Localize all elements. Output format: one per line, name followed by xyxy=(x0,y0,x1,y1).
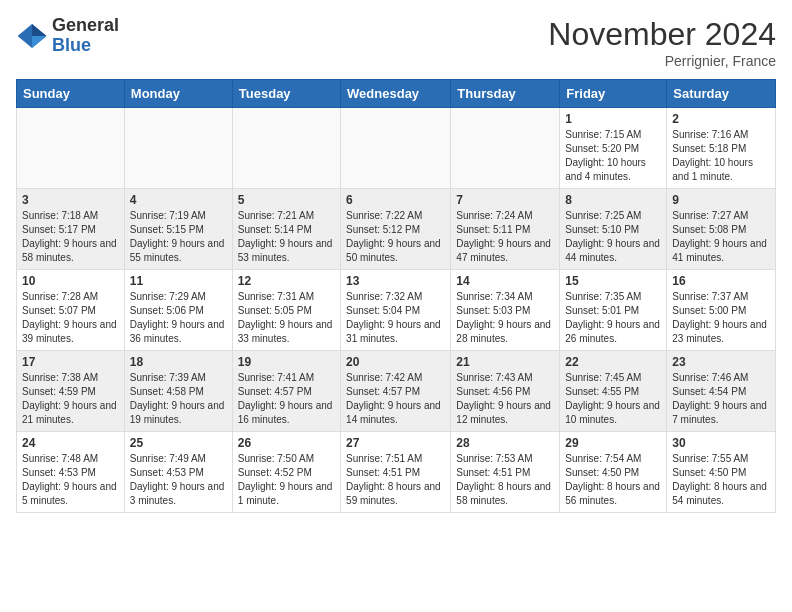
calendar-table: SundayMondayTuesdayWednesdayThursdayFrid… xyxy=(16,79,776,513)
calendar-cell: 19Sunrise: 7:41 AM Sunset: 4:57 PM Dayli… xyxy=(232,351,340,432)
day-number: 4 xyxy=(130,193,227,207)
weekday-header: Saturday xyxy=(667,80,776,108)
day-info: Sunrise: 7:50 AM Sunset: 4:52 PM Dayligh… xyxy=(238,452,335,508)
day-number: 6 xyxy=(346,193,445,207)
day-number: 29 xyxy=(565,436,661,450)
day-number: 9 xyxy=(672,193,770,207)
calendar-cell: 5Sunrise: 7:21 AM Sunset: 5:14 PM Daylig… xyxy=(232,189,340,270)
day-info: Sunrise: 7:54 AM Sunset: 4:50 PM Dayligh… xyxy=(565,452,661,508)
day-info: Sunrise: 7:35 AM Sunset: 5:01 PM Dayligh… xyxy=(565,290,661,346)
calendar-cell: 29Sunrise: 7:54 AM Sunset: 4:50 PM Dayli… xyxy=(560,432,667,513)
calendar-cell: 22Sunrise: 7:45 AM Sunset: 4:55 PM Dayli… xyxy=(560,351,667,432)
day-info: Sunrise: 7:32 AM Sunset: 5:04 PM Dayligh… xyxy=(346,290,445,346)
calendar-cell: 28Sunrise: 7:53 AM Sunset: 4:51 PM Dayli… xyxy=(451,432,560,513)
weekday-header: Sunday xyxy=(17,80,125,108)
title-area: November 2024 Perrignier, France xyxy=(548,16,776,69)
day-info: Sunrise: 7:48 AM Sunset: 4:53 PM Dayligh… xyxy=(22,452,119,508)
day-number: 24 xyxy=(22,436,119,450)
day-info: Sunrise: 7:34 AM Sunset: 5:03 PM Dayligh… xyxy=(456,290,554,346)
calendar-cell xyxy=(232,108,340,189)
weekday-header: Thursday xyxy=(451,80,560,108)
day-number: 20 xyxy=(346,355,445,369)
day-number: 18 xyxy=(130,355,227,369)
calendar-cell: 15Sunrise: 7:35 AM Sunset: 5:01 PM Dayli… xyxy=(560,270,667,351)
day-number: 5 xyxy=(238,193,335,207)
weekday-header-row: SundayMondayTuesdayWednesdayThursdayFrid… xyxy=(17,80,776,108)
svg-marker-1 xyxy=(32,24,46,36)
day-info: Sunrise: 7:15 AM Sunset: 5:20 PM Dayligh… xyxy=(565,128,661,184)
day-info: Sunrise: 7:16 AM Sunset: 5:18 PM Dayligh… xyxy=(672,128,770,184)
month-title: November 2024 xyxy=(548,16,776,53)
calendar-cell: 27Sunrise: 7:51 AM Sunset: 4:51 PM Dayli… xyxy=(341,432,451,513)
calendar-cell: 10Sunrise: 7:28 AM Sunset: 5:07 PM Dayli… xyxy=(17,270,125,351)
day-info: Sunrise: 7:53 AM Sunset: 4:51 PM Dayligh… xyxy=(456,452,554,508)
calendar-cell: 2Sunrise: 7:16 AM Sunset: 5:18 PM Daylig… xyxy=(667,108,776,189)
day-number: 12 xyxy=(238,274,335,288)
day-number: 23 xyxy=(672,355,770,369)
calendar-cell: 3Sunrise: 7:18 AM Sunset: 5:17 PM Daylig… xyxy=(17,189,125,270)
day-number: 13 xyxy=(346,274,445,288)
logo-blue: Blue xyxy=(52,35,91,55)
day-info: Sunrise: 7:46 AM Sunset: 4:54 PM Dayligh… xyxy=(672,371,770,427)
weekday-header: Tuesday xyxy=(232,80,340,108)
calendar-week-row: 17Sunrise: 7:38 AM Sunset: 4:59 PM Dayli… xyxy=(17,351,776,432)
calendar-cell: 16Sunrise: 7:37 AM Sunset: 5:00 PM Dayli… xyxy=(667,270,776,351)
calendar-cell: 1Sunrise: 7:15 AM Sunset: 5:20 PM Daylig… xyxy=(560,108,667,189)
day-number: 19 xyxy=(238,355,335,369)
calendar-cell: 11Sunrise: 7:29 AM Sunset: 5:06 PM Dayli… xyxy=(124,270,232,351)
calendar-cell: 6Sunrise: 7:22 AM Sunset: 5:12 PM Daylig… xyxy=(341,189,451,270)
weekday-header: Friday xyxy=(560,80,667,108)
calendar-cell: 18Sunrise: 7:39 AM Sunset: 4:58 PM Dayli… xyxy=(124,351,232,432)
day-info: Sunrise: 7:43 AM Sunset: 4:56 PM Dayligh… xyxy=(456,371,554,427)
calendar-cell: 26Sunrise: 7:50 AM Sunset: 4:52 PM Dayli… xyxy=(232,432,340,513)
day-number: 25 xyxy=(130,436,227,450)
weekday-header: Monday xyxy=(124,80,232,108)
calendar-cell: 17Sunrise: 7:38 AM Sunset: 4:59 PM Dayli… xyxy=(17,351,125,432)
day-info: Sunrise: 7:45 AM Sunset: 4:55 PM Dayligh… xyxy=(565,371,661,427)
calendar-cell xyxy=(124,108,232,189)
day-number: 26 xyxy=(238,436,335,450)
day-info: Sunrise: 7:18 AM Sunset: 5:17 PM Dayligh… xyxy=(22,209,119,265)
calendar-week-row: 24Sunrise: 7:48 AM Sunset: 4:53 PM Dayli… xyxy=(17,432,776,513)
day-number: 15 xyxy=(565,274,661,288)
calendar-cell: 24Sunrise: 7:48 AM Sunset: 4:53 PM Dayli… xyxy=(17,432,125,513)
logo: General Blue xyxy=(16,16,119,56)
day-number: 11 xyxy=(130,274,227,288)
day-number: 30 xyxy=(672,436,770,450)
day-number: 7 xyxy=(456,193,554,207)
page-header: General Blue November 2024 Perrignier, F… xyxy=(16,16,776,69)
day-info: Sunrise: 7:55 AM Sunset: 4:50 PM Dayligh… xyxy=(672,452,770,508)
day-number: 16 xyxy=(672,274,770,288)
calendar-cell: 14Sunrise: 7:34 AM Sunset: 5:03 PM Dayli… xyxy=(451,270,560,351)
calendar-cell: 21Sunrise: 7:43 AM Sunset: 4:56 PM Dayli… xyxy=(451,351,560,432)
calendar-week-row: 1Sunrise: 7:15 AM Sunset: 5:20 PM Daylig… xyxy=(17,108,776,189)
day-info: Sunrise: 7:51 AM Sunset: 4:51 PM Dayligh… xyxy=(346,452,445,508)
day-info: Sunrise: 7:37 AM Sunset: 5:00 PM Dayligh… xyxy=(672,290,770,346)
svg-marker-2 xyxy=(32,36,46,48)
day-number: 1 xyxy=(565,112,661,126)
calendar-cell: 12Sunrise: 7:31 AM Sunset: 5:05 PM Dayli… xyxy=(232,270,340,351)
logo-text: General Blue xyxy=(52,16,119,56)
day-info: Sunrise: 7:28 AM Sunset: 5:07 PM Dayligh… xyxy=(22,290,119,346)
day-number: 28 xyxy=(456,436,554,450)
calendar-cell xyxy=(451,108,560,189)
day-info: Sunrise: 7:27 AM Sunset: 5:08 PM Dayligh… xyxy=(672,209,770,265)
calendar-cell: 20Sunrise: 7:42 AM Sunset: 4:57 PM Dayli… xyxy=(341,351,451,432)
calendar-cell: 4Sunrise: 7:19 AM Sunset: 5:15 PM Daylig… xyxy=(124,189,232,270)
day-number: 3 xyxy=(22,193,119,207)
calendar-week-row: 3Sunrise: 7:18 AM Sunset: 5:17 PM Daylig… xyxy=(17,189,776,270)
day-number: 14 xyxy=(456,274,554,288)
day-info: Sunrise: 7:39 AM Sunset: 4:58 PM Dayligh… xyxy=(130,371,227,427)
day-info: Sunrise: 7:49 AM Sunset: 4:53 PM Dayligh… xyxy=(130,452,227,508)
day-number: 27 xyxy=(346,436,445,450)
calendar-week-row: 10Sunrise: 7:28 AM Sunset: 5:07 PM Dayli… xyxy=(17,270,776,351)
weekday-header: Wednesday xyxy=(341,80,451,108)
logo-general: General xyxy=(52,15,119,35)
logo-icon xyxy=(16,20,48,52)
calendar-cell: 8Sunrise: 7:25 AM Sunset: 5:10 PM Daylig… xyxy=(560,189,667,270)
calendar-cell xyxy=(341,108,451,189)
calendar-cell: 13Sunrise: 7:32 AM Sunset: 5:04 PM Dayli… xyxy=(341,270,451,351)
day-info: Sunrise: 7:19 AM Sunset: 5:15 PM Dayligh… xyxy=(130,209,227,265)
calendar-cell: 25Sunrise: 7:49 AM Sunset: 4:53 PM Dayli… xyxy=(124,432,232,513)
calendar-cell: 30Sunrise: 7:55 AM Sunset: 4:50 PM Dayli… xyxy=(667,432,776,513)
